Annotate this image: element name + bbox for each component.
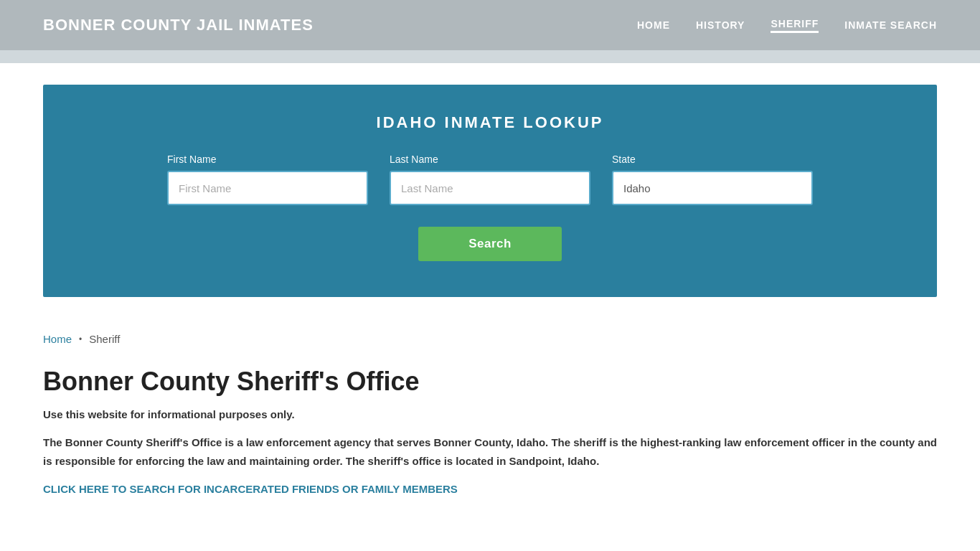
site-title: BONNER COUNTY JAIL INMATES (43, 16, 314, 34)
breadcrumb-separator: • (79, 334, 82, 344)
state-input[interactable] (612, 171, 813, 205)
state-label: State (612, 154, 813, 165)
breadcrumb-home-link[interactable]: Home (43, 333, 72, 345)
search-button[interactable]: Search (418, 227, 562, 261)
inmate-search-form: First Name Last Name State Search (86, 154, 894, 261)
first-name-input[interactable] (167, 171, 368, 205)
nav-history[interactable]: HISTORY (696, 19, 745, 31)
info-line-1: Use this website for informational purpo… (43, 408, 937, 420)
breadcrumb-current: Sheriff (89, 333, 120, 345)
main-nav: HOME HISTORY SHERIFF INMATE SEARCH (637, 18, 937, 33)
first-name-group: First Name (167, 154, 368, 205)
main-content: Bonner County Sheriff's Office Use this … (0, 352, 980, 524)
nav-inmate-search[interactable]: INMATE SEARCH (844, 19, 937, 31)
page-title: Bonner County Sheriff's Office (43, 367, 937, 397)
nav-sheriff[interactable]: SHERIFF (771, 18, 819, 33)
first-name-label: First Name (167, 154, 368, 165)
info-line-2: The Bonner County Sheriff's Office is a … (43, 433, 937, 470)
last-name-group: Last Name (390, 154, 590, 205)
form-fields-row: First Name Last Name State (86, 154, 894, 205)
sub-header-bar (0, 50, 980, 63)
nav-home[interactable]: HOME (637, 19, 670, 31)
cta-search-link[interactable]: CLICK HERE to Search for Incarcerated Fr… (43, 483, 458, 495)
last-name-label: Last Name (390, 154, 590, 165)
inmate-lookup-section: IDAHO INMATE LOOKUP First Name Last Name… (43, 85, 937, 297)
state-group: State (612, 154, 813, 205)
breadcrumb: Home • Sheriff (0, 319, 980, 352)
site-header: BONNER COUNTY JAIL INMATES HOME HISTORY … (0, 0, 980, 50)
lookup-title: IDAHO INMATE LOOKUP (86, 113, 894, 132)
last-name-input[interactable] (390, 171, 590, 205)
